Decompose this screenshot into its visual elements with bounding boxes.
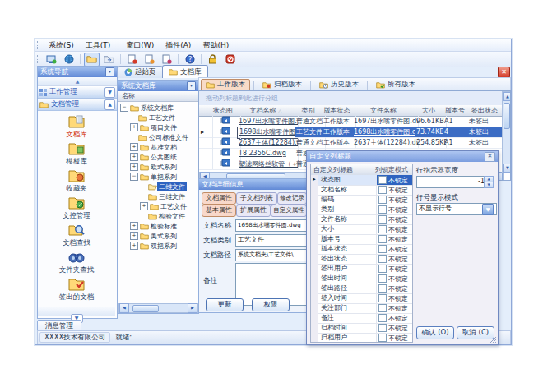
doc-path-field[interactable]: 系统文档夹\工艺文件\ bbox=[235, 249, 309, 261]
lock-checkbox[interactable] bbox=[378, 284, 387, 293]
lock-checkbox[interactable] bbox=[378, 334, 387, 342]
stop-button[interactable] bbox=[222, 53, 238, 67]
expand-icon[interactable]: + bbox=[130, 232, 138, 240]
group-by-hint[interactable]: 拖动列标题到此进行分组 bbox=[199, 91, 511, 106]
scroll-down-icon[interactable]: ▼ bbox=[503, 164, 511, 173]
column-header-doc-name[interactable]: 文档名称 △ bbox=[237, 105, 295, 117]
lock-checkbox[interactable] bbox=[378, 205, 387, 214]
lock-checkbox[interactable] bbox=[378, 324, 387, 332]
tab-custom-properties[interactable]: 自定义属性 bbox=[271, 205, 307, 217]
chevron-down-icon[interactable]: ▼ bbox=[104, 87, 115, 98]
scroll-right-icon[interactable]: ▶ bbox=[188, 303, 197, 313]
tab-basic-properties[interactable]: 基本属性 bbox=[202, 205, 236, 217]
tab-document-library[interactable]: 文档库 bbox=[162, 65, 208, 78]
sidebar-collapse-strip[interactable]: ▼ bbox=[38, 307, 115, 316]
collapse-icon[interactable]: − bbox=[120, 104, 128, 112]
tree-node[interactable]: +基准文档 bbox=[130, 142, 179, 152]
folder-open-button[interactable] bbox=[84, 53, 100, 67]
scroll-up-icon[interactable]: ▲ bbox=[503, 92, 511, 101]
dialog-close-icon[interactable]: ✕ bbox=[485, 152, 495, 162]
row-indicator-width-input[interactable]: -1 bbox=[416, 176, 487, 188]
tab-start-page[interactable]: 起始页 bbox=[118, 66, 163, 78]
column-header-status[interactable]: 状态图 bbox=[209, 105, 238, 117]
scrollbar-thumb[interactable] bbox=[132, 305, 159, 312]
lock-checkbox[interactable] bbox=[378, 235, 387, 243]
scrollbar-thumb[interactable] bbox=[504, 103, 510, 129]
sidebar-item-folder-search[interactable]: 文件夹查找 bbox=[38, 250, 115, 277]
resize-grip-icon[interactable] bbox=[490, 336, 497, 344]
system-check-button[interactable] bbox=[44, 53, 59, 67]
column-header-checkout[interactable]: 签出状态 bbox=[467, 105, 503, 117]
dialog-column-header-lock[interactable]: 列锁定模式 bbox=[373, 164, 413, 176]
folder-forward-button[interactable] bbox=[101, 53, 117, 67]
sidebar-item-document-library[interactable]: 文档库 bbox=[38, 114, 115, 141]
expand-icon[interactable]: + bbox=[130, 143, 138, 151]
lock-checkbox[interactable] bbox=[378, 274, 387, 283]
tree-node[interactable]: +双把系列 bbox=[130, 241, 179, 251]
expand-icon[interactable]: + bbox=[130, 242, 138, 250]
tree-node[interactable]: +项目文件 bbox=[130, 122, 179, 132]
sidebar-item-checked-out-docs[interactable]: 签出的文档 bbox=[38, 277, 115, 304]
doc-remove-button[interactable] bbox=[124, 53, 140, 67]
dropdown-arrow-icon[interactable]: ▼ bbox=[482, 204, 494, 215]
tree-node-selected[interactable]: 二维文件 bbox=[140, 182, 187, 191]
doc-copy-button[interactable] bbox=[159, 53, 174, 67]
lock-checkbox[interactable] bbox=[378, 225, 387, 233]
grid-vertical-scrollbar[interactable]: ▲ ▼ bbox=[502, 91, 511, 173]
column-header-version[interactable]: 版本号 bbox=[443, 105, 468, 117]
tree-node[interactable]: 公司标准文件 bbox=[130, 132, 190, 142]
sidebar-scroll-up[interactable]: ▲ bbox=[38, 77, 117, 86]
group-work-management[interactable]: 工作管理 ▼ bbox=[38, 86, 117, 99]
pin-icon[interactable]: ▾ bbox=[105, 67, 114, 76]
tree-node[interactable]: +工艺文件 bbox=[140, 201, 188, 211]
globe-button[interactable] bbox=[61, 53, 77, 67]
tree-node[interactable]: +美式系列 bbox=[130, 231, 179, 241]
menu-tools[interactable]: 工具(T) bbox=[80, 40, 117, 51]
history-version-button[interactable]: 历史版本 bbox=[314, 79, 364, 91]
doc-name-link[interactable]: T8 2356C.dwg bbox=[237, 148, 299, 159]
archive-version-button[interactable]: 归档版本 bbox=[258, 79, 307, 91]
lock-checkbox[interactable] bbox=[378, 186, 387, 194]
doc-name-link[interactable]: 2637主体(12284).dwg bbox=[237, 137, 299, 149]
ok-button[interactable]: 确认 (O) bbox=[416, 326, 454, 339]
doc-category-field[interactable]: 工艺文件 bbox=[235, 234, 309, 247]
scroll-left-icon[interactable]: ◀ bbox=[119, 303, 129, 313]
lock-checkbox[interactable] bbox=[378, 304, 387, 312]
sidebar-item-favorites[interactable]: 收藏夹 bbox=[38, 168, 115, 196]
dialog-column-header-title[interactable]: 自定义列标题 bbox=[311, 164, 375, 176]
column-header-file-name[interactable]: 文件名称 bbox=[352, 105, 415, 117]
sidebar-item-doc-control[interactable]: 文控管理 bbox=[38, 196, 115, 223]
lock-checkbox[interactable] bbox=[378, 255, 387, 263]
menu-plugins[interactable]: 插件(A) bbox=[160, 40, 197, 51]
expand-icon[interactable]: + bbox=[140, 202, 148, 210]
expand-icon[interactable]: + bbox=[130, 123, 138, 131]
menu-help[interactable]: 帮助(H) bbox=[197, 40, 234, 51]
lock-checkbox[interactable] bbox=[378, 314, 387, 322]
tab-extended-properties[interactable]: 扩展属性 bbox=[236, 205, 271, 217]
doc-name-field[interactable]: 1698出水嘴零件图.dwg bbox=[235, 219, 309, 232]
dialog-title-bar[interactable]: 自定义列标题 ✕ bbox=[307, 151, 498, 162]
work-version-button[interactable]: 工作版本 bbox=[201, 79, 250, 91]
chevron-up-icon[interactable]: ▲ bbox=[104, 99, 115, 110]
help-button[interactable]: ? bbox=[182, 53, 197, 67]
tree-column-header[interactable]: 名称 bbox=[118, 91, 198, 102]
expand-icon[interactable]: + bbox=[130, 153, 138, 161]
collapse-icon[interactable]: − bbox=[130, 173, 138, 181]
tab-doc-properties[interactable]: 文档属性 bbox=[202, 192, 236, 205]
column-header-version-state[interactable]: 版本状态 bbox=[322, 105, 353, 117]
doc-name-link[interactable]: 1697出水嘴零件图.dwg bbox=[237, 116, 299, 127]
tree-node[interactable]: 检验文件 bbox=[140, 211, 187, 221]
update-button[interactable]: 更新 bbox=[206, 298, 244, 311]
all-versions-button[interactable]: 所有版本 bbox=[371, 79, 420, 91]
tree-node[interactable]: +欧式系列 bbox=[130, 162, 179, 172]
spin-down-icon[interactable]: ▼ bbox=[484, 182, 494, 188]
close-tab-button[interactable]: ✕ bbox=[498, 67, 510, 78]
tree-node[interactable]: 三维文件 bbox=[140, 191, 187, 201]
dialog-row[interactable]: 归档用户不锁定 bbox=[311, 333, 412, 343]
sidebar-item-doc-search[interactable]: 文档查找 bbox=[38, 223, 115, 250]
permission-button[interactable]: 权限 bbox=[252, 298, 290, 311]
tree-node[interactable]: 工艺文件 bbox=[130, 113, 177, 122]
pin-icon[interactable]: ▾ bbox=[187, 81, 196, 90]
expand-icon[interactable]: + bbox=[130, 163, 138, 171]
column-header-category[interactable]: 类别 bbox=[295, 105, 323, 117]
